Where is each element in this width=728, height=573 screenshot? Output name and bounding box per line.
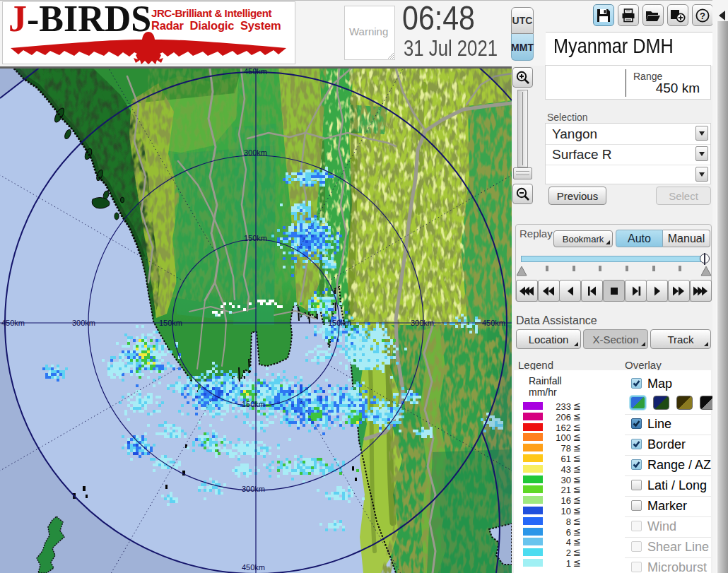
svg-text:450km: 450km bbox=[1, 319, 25, 327]
svg-text:450km: 450km bbox=[244, 69, 267, 76]
svg-text:300km: 300km bbox=[72, 319, 95, 327]
svg-text:150km: 150km bbox=[328, 319, 351, 327]
svg-text:300km: 300km bbox=[244, 148, 267, 157]
svg-text:?: ? bbox=[700, 10, 705, 20]
svg-text:150km: 150km bbox=[159, 319, 182, 327]
svg-text:150km: 150km bbox=[242, 400, 265, 408]
svg-text:300km: 300km bbox=[242, 485, 265, 493]
svg-text:450km: 450km bbox=[482, 319, 505, 327]
svg-text:450km: 450km bbox=[242, 563, 265, 572]
svg-text:150km: 150km bbox=[244, 234, 267, 242]
svg-text:300km: 300km bbox=[411, 319, 434, 327]
